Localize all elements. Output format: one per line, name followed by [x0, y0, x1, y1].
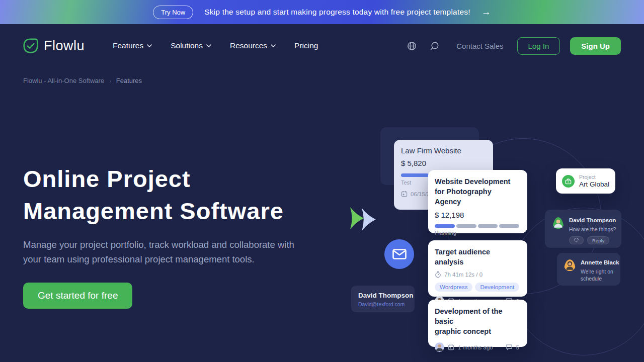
title-line-2: Management Software — [23, 198, 284, 224]
main-menu: Features Solutions Resources Pricing — [113, 41, 318, 50]
breadcrumb-current: Features — [116, 77, 142, 84]
project-title: Website Development for Photography Agen… — [435, 176, 519, 207]
signup-button[interactable]: Sign Up — [570, 37, 621, 55]
reply-button: Reply — [587, 236, 609, 244]
task-tags: Wordpress Development — [435, 283, 519, 292]
navbar: Flowlu Features Solutions Resources Pric… — [0, 24, 644, 67]
task-time: 7h 41m 12s / 0 — [444, 272, 482, 278]
project-chip-name: Art Global — [579, 180, 609, 188]
shield-check-icon — [23, 38, 38, 53]
title-line-1: Online Project — [23, 165, 191, 192]
breadcrumb: Flowlu - All-in-One Software › Features — [23, 77, 142, 84]
breadcrumb-separator: › — [109, 78, 111, 84]
task-title: Target audience analysis — [435, 247, 519, 267]
project-chip-art-global: Project Art Global — [556, 168, 615, 194]
nav-right: Contact Sales Log In Sign Up — [407, 37, 621, 55]
avatar — [552, 217, 564, 244]
nav-item-label: Features — [113, 41, 143, 50]
contact-card-david: David Thompson David@texford.com — [351, 286, 415, 312]
project-title: Law Firm Website — [401, 146, 486, 155]
briefcase-icon — [562, 175, 575, 188]
chat-message-annette: Annette Black We're right on schedule — [557, 253, 620, 286]
brand-name: Flowlu — [44, 38, 85, 54]
arrow-right-icon[interactable]: → — [481, 7, 491, 18]
nav-item-features[interactable]: Features — [113, 41, 152, 50]
search-icon[interactable] — [430, 41, 439, 51]
chevron-down-icon — [147, 44, 152, 47]
comment-icon — [506, 344, 513, 350]
envelope-icon — [392, 249, 407, 259]
contact-email: David@texford.com — [358, 301, 415, 307]
promo-banner: Try Now Skip the setup and start making … — [0, 0, 644, 24]
login-button[interactable]: Log In — [517, 37, 560, 55]
hero-subtitle: Manage your project portfolio, track wor… — [23, 237, 312, 266]
chat-message-david: David Thompson How are the things? Reply — [545, 210, 621, 248]
heart-icon — [574, 238, 579, 242]
task-updated: 1 months ago — [458, 344, 493, 350]
task-time-row: 7h 41m 12s / 0 — [435, 271, 519, 278]
project-amount: $ 5,820 — [401, 159, 486, 167]
email-bubble — [384, 239, 414, 269]
task-card-graphic-concept: Development of the basic graphic concept… — [428, 300, 527, 347]
breadcrumb-home[interactable]: Flowlu - All-in-One Software — [23, 77, 104, 84]
project-chip-label: Project — [579, 174, 609, 180]
nav-item-resources[interactable]: Resources — [230, 41, 276, 50]
get-started-button[interactable]: Get started for free — [23, 283, 132, 309]
project-amount: $ 12,198 — [435, 211, 519, 219]
like-button — [569, 236, 584, 244]
tag-wordpress: Wordpress — [435, 283, 472, 292]
chat-text: We're right on schedule — [581, 268, 619, 282]
project-stage: Planning — [435, 230, 519, 236]
try-now-button[interactable]: Try Now — [153, 6, 193, 19]
decorative-arrow-lavender — [362, 208, 376, 231]
nav-item-solutions[interactable]: Solutions — [171, 41, 211, 50]
comment-count: 5 — [516, 344, 519, 350]
nav-item-label: Solutions — [171, 41, 203, 50]
chat-text: How are the things? — [569, 226, 616, 233]
chevron-down-icon — [271, 44, 276, 47]
task-title: Development of the basic graphic concept — [435, 306, 519, 336]
contact-name: David Thompson — [358, 292, 415, 299]
task-footer: 1 months ago 5 — [435, 342, 519, 352]
avatar — [564, 259, 576, 282]
project-card-website-dev: Website Development for Photography Agen… — [428, 170, 527, 233]
nav-item-label: Pricing — [294, 41, 318, 50]
nav-item-pricing[interactable]: Pricing — [294, 41, 318, 50]
tag-development: Development — [475, 283, 519, 292]
page-title: Online Project Management Software — [23, 163, 284, 227]
chat-sender: Annette Black — [581, 259, 619, 265]
contact-sales-link[interactable]: Contact Sales — [456, 42, 503, 50]
avatar — [435, 342, 444, 352]
task-card-target-audience: Target audience analysis 7h 41m 12s / 0 … — [428, 240, 527, 297]
calendar-icon — [448, 344, 454, 350]
chevron-down-icon — [206, 44, 211, 47]
stopwatch-icon — [435, 271, 441, 278]
promo-text: Skip the setup and start making progress… — [204, 8, 470, 17]
nav-item-label: Resources — [230, 41, 267, 50]
calendar-icon — [401, 191, 408, 197]
progress-bar — [435, 224, 519, 228]
chat-sender: David Thompson — [569, 217, 616, 223]
globe-icon[interactable] — [407, 41, 417, 51]
flowlu-logo[interactable]: Flowlu — [23, 38, 85, 54]
